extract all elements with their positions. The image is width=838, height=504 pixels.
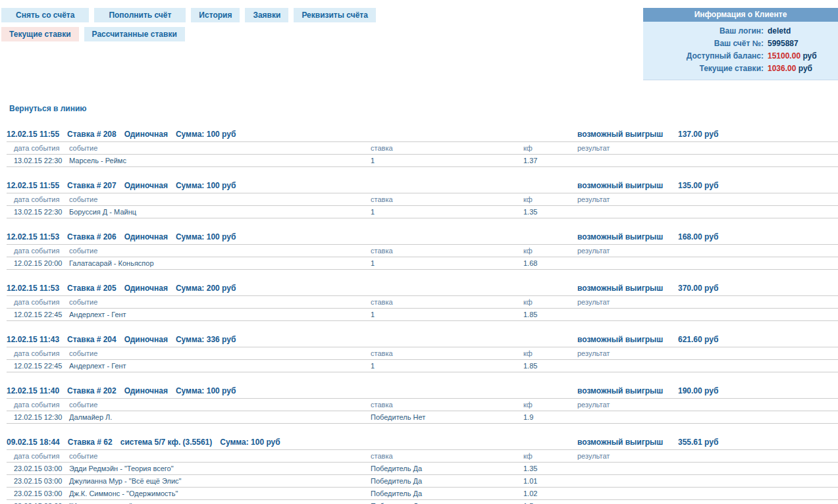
bet-header-left: 12.02.15 11:55Ставка # 207ОдиночнаяСумма…: [7, 181, 577, 190]
event-coefficient: 1.85: [523, 360, 577, 372]
column-header-coefficient: кф: [523, 142, 577, 154]
event-result: [577, 257, 838, 269]
tab-history[interactable]: История: [191, 8, 240, 22]
column-header-stake: ставка: [371, 450, 523, 462]
tab-deposit[interactable]: Пополнить счёт: [94, 8, 186, 22]
bet-number: Ставка # 206: [67, 232, 117, 241]
bet-placed-datetime: 12.02.15 11:40: [7, 386, 59, 395]
possible-win-label: возможный выигрыш: [577, 335, 678, 344]
bet-event-row: 12.02.15 22:45Андерлехт - Гент11.85: [7, 309, 838, 321]
column-header-event: событие: [69, 245, 371, 257]
column-header-event-date: дата события: [7, 450, 69, 462]
bet-number: Ставка # 204: [67, 335, 117, 344]
event-result: [577, 411, 838, 423]
event-date: 12.02.15 22:45: [7, 360, 69, 372]
bet-header-left: 12.02.15 11:40Ставка # 202ОдиночнаяСумма…: [7, 386, 577, 395]
client-current-bets-value: 1036.00 руб: [764, 63, 812, 75]
bet-type: Одиночная: [124, 232, 168, 241]
tab-requests[interactable]: Заявки: [245, 8, 288, 22]
tab-settled-bets[interactable]: Рассчитанные ставки: [84, 27, 185, 41]
client-current-bets-currency: руб: [796, 64, 812, 73]
column-header-stake: ставка: [371, 399, 523, 411]
bet-number: Ставка # 205: [67, 284, 117, 293]
possible-win-label: возможный выигрыш: [577, 438, 678, 447]
column-header-coefficient: кф: [523, 245, 577, 257]
possible-win-value: 190.00 руб: [678, 386, 838, 395]
client-balance-label: Доступный баланс:: [643, 50, 764, 63]
bet-columns-header: дата событиясобытиеставкакфрезультат: [7, 399, 838, 411]
column-header-result: результат: [577, 347, 838, 359]
bet-sum: Сумма: 100 руб: [176, 232, 236, 241]
bet-event-row: 12.02.15 12:30Далмайер Л.Победитель Нет1…: [7, 411, 838, 424]
bet-header: 12.02.15 11:55Ставка # 207ОдиночнаяСумма…: [7, 181, 838, 193]
bet-header: 12.02.15 11:43Ставка # 204ОдиночнаяСумма…: [7, 335, 838, 347]
bet-header: 12.02.15 11:55Ставка # 208ОдиночнаяСумма…: [7, 130, 838, 142]
event-stake: Победитель Нет: [371, 411, 523, 423]
column-header-result: результат: [577, 142, 838, 154]
tab-withdraw[interactable]: Снять со счёта: [1, 8, 89, 22]
bet-columns-header: дата событиясобытиеставкакфрезультат: [7, 347, 838, 360]
bet-type: система 5/7 кф. (3.5561): [120, 438, 213, 447]
column-header-event: событие: [69, 296, 371, 308]
bet-placed-datetime: 12.02.15 11:53: [7, 232, 59, 241]
column-header-result: результат: [577, 450, 838, 462]
column-header-event: событие: [69, 399, 371, 411]
back-to-line-link[interactable]: Вернуться в линию: [9, 104, 87, 113]
bet-type: Одиночная: [124, 386, 168, 395]
column-header-event: событие: [69, 142, 371, 154]
client-account-number-row: Ваш счёт №: 5995887: [643, 38, 838, 50]
event-result: [577, 475, 838, 487]
column-header-result: результат: [577, 296, 838, 308]
client-info-body: Ваш логин: deletd Ваш счёт №: 5995887 До…: [643, 22, 838, 80]
bet-type: Одиночная: [124, 284, 168, 293]
tab-current-bets[interactable]: Текущие ставки: [1, 27, 79, 41]
bet-type: Одиночная: [124, 181, 168, 190]
event-date: 23.02.15 03:00: [7, 463, 69, 474]
event-name: Андерлехт - Гент: [69, 309, 371, 320]
event-date: 12.02.15 12:30: [7, 411, 69, 423]
column-header-event: событие: [69, 450, 371, 462]
bet-header-left: 12.02.15 11:43Ставка # 204ОдиночнаяСумма…: [7, 335, 577, 344]
client-info-panel: Информация о Клиенте Ваш логин: deletd В…: [643, 8, 838, 80]
tab-account-details[interactable]: Реквизиты счёта: [294, 8, 376, 22]
bet-placed-datetime: 12.02.15 11:55: [7, 130, 59, 139]
bet-event-row: 12.02.15 22:45Андерлехт - Гент11.85: [7, 360, 838, 372]
event-result: [577, 309, 838, 320]
bet-columns-header: дата событиясобытиеставкакфрезультат: [7, 450, 838, 463]
bet-block: 12.02.15 11:43Ставка # 204ОдиночнаяСумма…: [7, 335, 838, 372]
event-stake: 1: [371, 155, 523, 166]
event-coefficient: 1.01: [523, 475, 577, 487]
possible-win-value: 168.00 руб: [678, 232, 838, 241]
event-name: Андерлехт - Гент: [69, 360, 371, 372]
event-date: 12.02.15 22:45: [7, 309, 69, 320]
column-header-result: результат: [577, 245, 838, 257]
client-info-title: Информация о Клиенте: [643, 8, 838, 22]
event-stake: 1: [371, 206, 523, 218]
column-header-coefficient: кф: [523, 347, 577, 359]
bet-event-row: 13.02.15 22:30Марсель - Реймс11.37: [7, 155, 838, 167]
bet-sum: Сумма: 200 руб: [176, 284, 236, 293]
column-header-coefficient: кф: [523, 193, 577, 205]
bet-placed-datetime: 12.02.15 11:55: [7, 181, 59, 190]
event-name: Джулианна Мур - "Всё ещё Элис": [69, 475, 371, 487]
client-current-bets-amount: 1036.00: [768, 64, 796, 73]
client-login-row: Ваш логин: deletd: [643, 25, 838, 38]
possible-win-label: возможный выигрыш: [577, 386, 678, 395]
event-name: Дж.К. Симмонс - "Одержимость": [69, 488, 371, 499]
bet-header: 09.02.15 18:44Ставка # 62система 5/7 кф.…: [7, 438, 838, 450]
bet-placed-datetime: 12.02.15 11:53: [7, 284, 59, 293]
bet-sum: Сумма: 100 руб: [176, 386, 236, 395]
event-coefficient: 1.02: [523, 488, 577, 499]
bet-columns-header: дата событиясобытиеставкакфрезультат: [7, 193, 838, 206]
bet-number: Ставка # 202: [67, 386, 117, 395]
bet-header: 12.02.15 11:53Ставка # 206ОдиночнаяСумма…: [7, 232, 838, 245]
bet-columns-header: дата событиясобытиеставкакфрезультат: [7, 296, 838, 309]
bet-block: 12.02.15 11:53Ставка # 206ОдиночнаяСумма…: [7, 232, 838, 270]
event-result: [577, 155, 838, 166]
event-name: Эдди Редмэйн - "Теория всего": [69, 463, 371, 474]
bet-event-row: 12.02.15 20:00Галатасарай - Коньяспор11.…: [7, 257, 838, 270]
client-balance-row: Доступный баланс: 15100.00 руб: [643, 50, 838, 63]
event-result: [577, 500, 838, 504]
event-stake: Победитель Да: [371, 488, 523, 499]
event-result: [577, 360, 838, 372]
